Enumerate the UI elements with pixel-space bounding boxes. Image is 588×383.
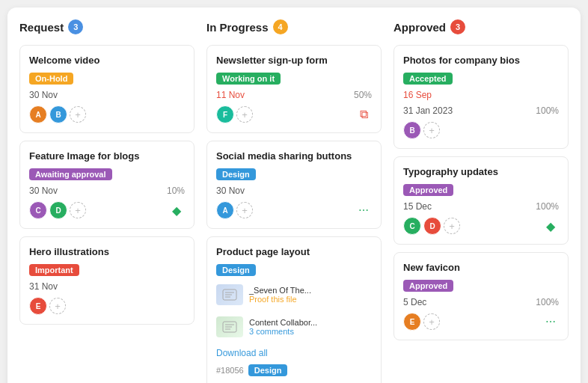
card-percent: 50% <box>354 90 372 100</box>
add-member-button[interactable]: + <box>423 122 440 138</box>
column-badge: 3 <box>68 19 83 34</box>
avatar: D <box>423 217 441 235</box>
add-member-button[interactable]: + <box>70 106 86 123</box>
avatar-group: F+ <box>216 105 253 123</box>
kanban-board: Request 3 Welcome videoOn-Hold 30 Nov AB… <box>7 7 581 383</box>
file-name: Content Collabor... <box>249 318 372 327</box>
avatars-row: B+ <box>403 121 559 139</box>
column-title: In Progress <box>206 21 269 34</box>
card-hero-illustrations: Hero illustrationsImportant 31 Nov E+ <box>19 236 195 325</box>
card-date: 30 Nov <box>29 90 58 100</box>
card-title: Typography updates <box>403 166 559 177</box>
column-in-progress: In Progress 4 Newsletter sign-up formWor… <box>206 19 382 383</box>
column-header-in-progress: In Progress 4 <box>206 19 382 34</box>
add-member-button[interactable]: + <box>236 202 253 218</box>
avatars-row: A+⋯ <box>216 201 372 219</box>
dots-green-icon: ⋯ <box>542 313 559 330</box>
card-tag: On-Hold <box>29 73 73 85</box>
file-item: _Seven Of The... Proof this file <box>216 281 372 308</box>
download-all-link[interactable]: Download all <box>216 348 268 358</box>
avatar-group: E+ <box>403 313 440 331</box>
column-badge: 4 <box>273 19 288 34</box>
avatar: A <box>216 201 234 219</box>
avatar-group: E+ <box>29 297 66 315</box>
card-meta: 31 Jan 2023 100% <box>403 105 559 116</box>
column-title: Approved <box>393 21 446 34</box>
card-date: 30 Nov <box>216 186 245 196</box>
card-title: Feature Image for blogs <box>29 150 185 162</box>
card-meta: 15 Dec 100% <box>403 201 559 212</box>
add-member-button[interactable]: + <box>423 313 440 330</box>
file-info: Content Collabor... 3 comments <box>249 318 372 336</box>
column-approved: Approved 3 Photos for company biosAccept… <box>393 19 569 383</box>
avatars-row: CD+◆ <box>403 217 559 235</box>
card-tag: Design <box>216 168 256 180</box>
add-member-button[interactable]: + <box>49 298 66 314</box>
card-tag: Approved <box>403 280 453 292</box>
card-date: 30 Nov <box>29 186 58 196</box>
column-request: Request 3 Welcome videoOn-Hold 30 Nov AB… <box>19 19 195 383</box>
card-typography: Typography updatesApproved 15 Dec 100% C… <box>393 156 569 245</box>
add-member-button[interactable]: + <box>236 106 253 123</box>
avatars-row: F+⧉ <box>216 105 372 123</box>
ticket-id: #18056 <box>216 366 244 375</box>
card-percent: 100% <box>536 297 559 307</box>
card-title: Newsletter sign-up form <box>216 55 372 66</box>
file-action-link[interactable]: 3 comments <box>249 327 372 336</box>
add-member-button[interactable]: + <box>444 218 460 234</box>
add-member-button[interactable]: + <box>70 202 86 218</box>
card-title: Photos for company bios <box>403 55 559 66</box>
card-tag: Important <box>29 264 79 276</box>
card-title: New favicon <box>403 262 559 273</box>
card-newsletter: Newsletter sign-up formWorking on it 11 … <box>206 45 382 133</box>
column-header-approved: Approved 3 <box>393 19 569 34</box>
avatar: E <box>29 297 47 315</box>
card-tag: Design <box>216 264 256 276</box>
card-date: 11 Nov <box>216 90 245 100</box>
card-meta: 11 Nov 50% <box>216 90 372 100</box>
card-feature-image: Feature Image for blogsAwaiting approval… <box>19 141 195 229</box>
card-date: 15 Dec <box>403 201 432 212</box>
card-meta: 31 Nov <box>29 281 185 292</box>
card-title: Hero illustrations <box>29 246 185 257</box>
card-tag: Accepted <box>403 73 453 85</box>
file-item: Content Collabor... 3 comments <box>216 313 372 340</box>
card-date: 31 Jan 2023 <box>403 105 453 116</box>
card-percent: 10% <box>167 186 185 196</box>
card-bottom: #18056 Design <box>216 364 372 376</box>
card-welcome-video: Welcome videoOn-Hold 30 Nov AB+ <box>19 45 195 133</box>
card-social-media: Social media sharing buttonsDesign 30 No… <box>206 141 382 229</box>
avatar: D <box>49 201 67 219</box>
avatar-group: A+ <box>216 201 253 219</box>
file-thumbnail <box>216 316 243 337</box>
card-title: Social media sharing buttons <box>216 150 372 162</box>
avatar-group: CD+ <box>403 217 460 235</box>
card-tag: Approved <box>403 184 453 196</box>
avatars-row: E+⋯ <box>403 313 559 331</box>
avatar: A <box>29 105 47 123</box>
diamond-green-icon: ◆ <box>168 202 185 218</box>
file-action-link[interactable]: Proof this file <box>249 295 372 304</box>
avatar: C <box>403 217 421 235</box>
avatars-row: E+ <box>29 297 185 315</box>
column-header-request: Request 3 <box>19 19 195 34</box>
card-meta: 30 Nov <box>29 90 185 100</box>
avatar: E <box>403 313 421 331</box>
diamond-green-icon: ◆ <box>542 218 559 234</box>
card-meta: 5 Dec 100% <box>403 297 559 307</box>
layers-red-icon: ⧉ <box>355 106 372 123</box>
avatar: F <box>216 105 234 123</box>
avatar: B <box>403 121 421 139</box>
card-title: Welcome video <box>29 55 185 66</box>
card-tag: Awaiting approval <box>29 168 112 180</box>
card-photos-bios: Photos for company biosAccepted 16 Sep 3… <box>393 45 569 149</box>
column-badge: 3 <box>450 19 465 34</box>
avatar-group: CD+ <box>29 201 86 219</box>
card-meta: 30 Nov <box>216 186 372 196</box>
card-percent: 100% <box>536 105 559 116</box>
avatar: B <box>49 105 67 123</box>
dots-green-icon: ⋯ <box>355 202 372 218</box>
file-thumbnail <box>216 284 243 305</box>
card-tag: Working on it <box>216 73 281 85</box>
avatars-row: CD+◆ <box>29 201 185 219</box>
